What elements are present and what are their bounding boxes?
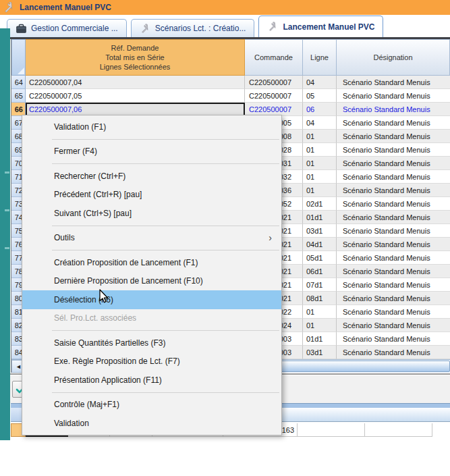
ref-demande-cell[interactable]: C220500007,04	[26, 76, 245, 89]
menu-item-sel-pro-lct-associees[interactable]: Sél. Pro.Lct. associées	[22, 309, 281, 328]
left-arrow-icon: ◄	[16, 363, 22, 370]
commande-cell[interactable]: C220500007	[245, 103, 303, 116]
designation-cell[interactable]: Scénario Standard Menuis	[337, 89, 450, 103]
ligne-cell[interactable]: 06d1	[303, 265, 337, 278]
left-sidebar	[0, 28, 10, 440]
designation-cell[interactable]: Scénario Standard Menuis	[337, 251, 450, 265]
designation-cell[interactable]: Scénario Standard Menuis	[337, 143, 450, 157]
ligne-cell[interactable]: 03d1	[303, 224, 337, 238]
ligne-cell[interactable]: 01	[303, 184, 337, 197]
ligne-cell[interactable]: 01	[303, 319, 337, 332]
designation-cell[interactable]: Scénario Standard Menuis	[337, 319, 450, 332]
table-row[interactable]: 66 C220500007,06 C220500007 06 Scénario …	[11, 103, 450, 116]
menu-item-validation[interactable]: Validation	[22, 414, 281, 433]
menu-item-outils[interactable]: Outils›	[22, 229, 281, 248]
designation-cell[interactable]: Scénario Standard Menuis	[337, 184, 450, 197]
menu-separator	[22, 161, 281, 167]
designation-cell[interactable]: Scénario Standard Menuis	[337, 238, 450, 251]
ligne-cell[interactable]: 08d1	[303, 292, 337, 305]
menu-item-derniere-proposition-de-lancement-f10[interactable]: Dernière Proposition de Lancement (F10)	[22, 272, 281, 291]
menu-item-fermer-f4[interactable]: Fermer (F4)	[22, 142, 281, 161]
menu-item-deselection-f6[interactable]: Désélection (F6)	[22, 290, 281, 309]
ligne-cell[interactable]: 04d1	[303, 238, 337, 251]
wrench-icon	[3, 2, 15, 13]
table-row[interactable]: 64 C220500007,04 C220500007 04 Scénario …	[11, 76, 450, 89]
table-row[interactable]: 65 C220500007,05 C220500007 05 Scénario …	[11, 89, 450, 103]
designation-cell[interactable]: Scénario Standard Menuis	[337, 211, 450, 224]
ligne-cell[interactable]: 05	[303, 89, 337, 103]
grid-header-row: Réf. Demande Total mis en Série Lignes S…	[11, 39, 450, 76]
ref-demande-cell[interactable]: C220500007,06	[26, 103, 245, 116]
ligne-cell[interactable]: 05d1	[303, 251, 337, 265]
ligne-cell[interactable]: 01	[303, 143, 337, 157]
tab-gestion-commerciale[interactable]: Gestion Commerciale ...	[7, 19, 127, 37]
designation-cell[interactable]: Scénario Standard Menuis	[337, 76, 450, 89]
menu-separator	[22, 223, 281, 229]
menu-item-saisie-quantites-partielles-f3[interactable]: Saisie Quantités Partielles (F3)	[22, 334, 281, 352]
tab-label: Lancement Manuel PVC	[283, 22, 374, 32]
designation-cell[interactable]: Scénario Standard Menuis	[337, 157, 450, 170]
designation-cell[interactable]: Scénario Standard Menuis	[337, 332, 450, 346]
menu-separator	[22, 327, 281, 334]
designation-cell[interactable]: Scénario Standard Menuis	[337, 103, 450, 116]
summary-cell[interactable]	[365, 423, 432, 437]
ligne-cell[interactable]: 01	[303, 157, 337, 170]
menu-item-precedent-ctrl-r-pau[interactable]: Précédent (Ctrl+R) [pau]	[22, 186, 281, 205]
menu-item-validation-f1[interactable]: Validation (F1)	[22, 117, 281, 136]
column-header-ligne[interactable]: Ligne	[303, 39, 337, 76]
sidebar-notch	[5, 247, 9, 249]
designation-cell[interactable]: Scénario Standard Menuis	[337, 224, 450, 238]
column-header-designation[interactable]: Désignation	[337, 39, 450, 76]
wrench-icon	[140, 24, 151, 34]
designation-cell[interactable]: Scénario Standard Menuis	[337, 278, 450, 292]
column-header-ref-demande[interactable]: Réf. Demande Total mis en Série Lignes S…	[26, 39, 245, 76]
tab-label: Gestion Commerciale ...	[31, 24, 118, 33]
menu-item-presentation-application-f11[interactable]: Présentation Application (F11)	[22, 371, 281, 390]
select-all-corner[interactable]	[11, 39, 26, 76]
summary-cell[interactable]	[298, 423, 365, 437]
tab-lancement-manuel-pvc[interactable]: Lancement Manuel PVC	[258, 16, 383, 37]
designation-cell[interactable]: Scénario Standard Menuis	[337, 292, 450, 305]
column-header-commande[interactable]: Commande	[245, 39, 303, 76]
designation-cell[interactable]: Scénario Standard Menuis	[337, 130, 450, 143]
ligne-cell[interactable]: 01	[303, 305, 337, 319]
ligne-cell[interactable]: 01d1	[303, 332, 337, 346]
menu-separator	[22, 247, 281, 253]
menu-separator	[22, 136, 281, 142]
row-number-cell[interactable]: 66	[11, 103, 26, 116]
designation-cell[interactable]: Scénario Standard Menuis	[337, 305, 450, 319]
sidebar-notch	[5, 209, 9, 211]
tab-scenarios-lct[interactable]: Scénarios Lct. : Créatio...	[131, 19, 255, 37]
menu-item-suivant-ctrl-s-pau[interactable]: Suivant (Ctrl+S) [pau]	[22, 204, 281, 223]
ligne-cell[interactable]: 07d1	[303, 278, 337, 292]
designation-cell[interactable]: Scénario Standard Menuis	[337, 197, 450, 211]
designation-cell[interactable]: Scénario Standard Menuis	[337, 346, 450, 359]
menu-separator	[22, 390, 281, 396]
menu-item-creation-proposition-de-lancement-f1[interactable]: Création Proposition de Lancement (F1)	[22, 253, 281, 272]
menu-item-controle-maj-f1[interactable]: Contrôle (Maj+F1)	[22, 396, 281, 415]
row-number-cell[interactable]: 64	[11, 76, 26, 89]
ligne-cell[interactable]: 04	[303, 76, 337, 89]
menu-item-rechercher-ctrl-f[interactable]: Rechercher (Ctrl+F)	[22, 167, 281, 186]
designation-cell[interactable]: Scénario Standard Menuis	[337, 116, 450, 130]
corner-triangle-icon	[18, 68, 24, 74]
commande-cell[interactable]: C220500007	[245, 76, 303, 89]
ligne-cell[interactable]: 01	[303, 170, 337, 184]
ligne-cell[interactable]: 01	[303, 130, 337, 143]
context-menu: Validation (F1)Fermer (F4)Rechercher (Ct…	[22, 115, 282, 435]
submenu-arrow-icon: ›	[269, 233, 272, 242]
designation-cell[interactable]: Scénario Standard Menuis	[337, 170, 450, 184]
menu-item-exe-regle-proposition-de-lct-f7[interactable]: Exe. Règle Proposition de Lct. (F7)	[22, 352, 281, 371]
application-window: Lancement Manuel PVC Gestion Commerciale…	[0, 0, 450, 476]
ref-demande-cell[interactable]: C220500007,05	[26, 89, 245, 103]
row-number-cell[interactable]: 65	[11, 89, 26, 103]
ligne-cell[interactable]: 06	[303, 103, 337, 116]
designation-cell[interactable]: Scénario Standard Menuis	[337, 265, 450, 278]
ligne-cell[interactable]: 01d1	[303, 211, 337, 224]
ligne-cell[interactable]: 04	[303, 116, 337, 130]
commande-cell[interactable]: C220500007	[245, 89, 303, 103]
header-line: Réf. Demande	[111, 43, 159, 53]
ligne-cell[interactable]: 03d1	[303, 346, 337, 359]
ligne-cell[interactable]: 02d1	[303, 197, 337, 211]
header-line: Lignes Sélectionnées	[100, 62, 171, 72]
